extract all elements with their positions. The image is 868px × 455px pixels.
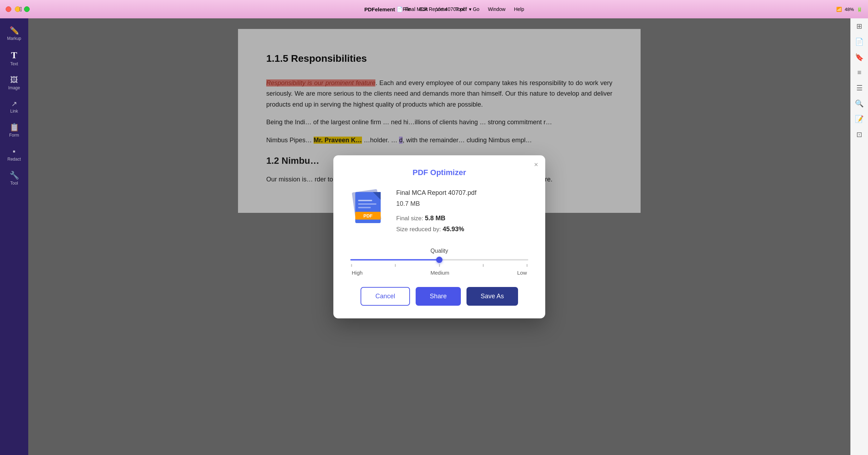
tick-4 xyxy=(483,264,484,267)
tool-icon: 🔧 xyxy=(10,172,19,179)
pdf-optimizer-dialog: × PDF Optimizer xyxy=(333,155,545,318)
markup-icon: ✏️ xyxy=(10,27,19,35)
search-icon[interactable]: 🔍 xyxy=(855,99,864,108)
cancel-button[interactable]: Cancel xyxy=(361,287,410,306)
dialog-final-size: Final size: 5.8 MB xyxy=(396,215,531,222)
battery-label: 48% xyxy=(845,7,854,12)
dialog-file-size: 10.7 MB xyxy=(396,200,531,208)
sidebar-label-link: Link xyxy=(10,109,18,114)
title-bar:  PDFelement File Edit View Tool Go Wind… xyxy=(0,0,868,18)
slider-ticks xyxy=(350,264,528,267)
sidebar-item-form[interactable]: 📋 Form xyxy=(0,119,28,143)
app-name: PDFelement xyxy=(364,6,395,12)
right-panel: ⊞ 📄 🔖 ≡ ☰ 🔍 📝 ⊡ xyxy=(850,18,868,455)
file-title: Final MCA Report 40707.pdf xyxy=(405,6,467,12)
menu-help[interactable]: Help xyxy=(510,6,528,13)
traffic-lights xyxy=(6,6,30,12)
sidebar-item-image[interactable]: 🖼 Image xyxy=(0,71,28,95)
page-icon[interactable]: 📄 xyxy=(855,37,864,46)
dialog-size-reduced: Size reduced by: 45.93% xyxy=(396,226,531,233)
slider-labels: High Medium Low xyxy=(350,270,528,276)
maximize-button[interactable] xyxy=(24,6,30,12)
dialog-file-name: Final MCA Report 40707.pdf xyxy=(396,189,531,197)
size-reduced-label: Size reduced by: xyxy=(396,226,441,233)
form-icon: 📋 xyxy=(10,124,19,131)
sidebar-label-form: Form xyxy=(9,133,19,138)
sidebar-item-link[interactable]: ↗ Link xyxy=(0,95,28,119)
dialog-close-button[interactable]: × xyxy=(534,161,538,168)
svg-rect-5 xyxy=(358,200,372,201)
system-icons: 📶 48% 🔋 xyxy=(836,7,862,12)
apple-logo:  xyxy=(20,6,22,13)
sidebar-item-markup[interactable]: ✏️ Markup xyxy=(0,22,28,46)
menu-window[interactable]: Window xyxy=(484,6,509,13)
tick-1 xyxy=(351,264,352,267)
sidebar-label-image: Image xyxy=(8,85,20,90)
crop-icon[interactable]: ⊡ xyxy=(856,130,862,139)
close-button[interactable] xyxy=(6,6,11,12)
tick-5 xyxy=(527,264,528,267)
pdf-icon-container: PDF xyxy=(347,187,386,231)
sidebar-label-tool: Tool xyxy=(10,181,18,186)
pdf-file-icon: PDF xyxy=(347,187,386,229)
share-button[interactable]: Share xyxy=(416,287,461,306)
wifi-icon: 📶 xyxy=(836,7,842,12)
battery-icon: 🔋 xyxy=(857,7,862,12)
final-size-value: 5.8 MB xyxy=(425,215,445,222)
sidebar-item-text[interactable]: T Text xyxy=(0,46,28,71)
quality-label: Quality xyxy=(347,248,531,254)
dialog-buttons: Cancel Share Save As xyxy=(347,287,531,306)
svg-rect-7 xyxy=(358,207,371,208)
slider-label-high: High xyxy=(352,270,363,276)
sidebar-label-markup: Markup xyxy=(7,36,21,41)
redact-icon: ▪ xyxy=(13,148,16,155)
final-size-label: Final size: xyxy=(396,215,423,222)
sidebar-item-tool[interactable]: 🔧 Tool xyxy=(0,167,28,191)
slider-fill xyxy=(350,259,439,261)
pdf-icon-small: 📄 xyxy=(397,6,403,12)
sidebar: ✏️ Markup T Text 🖼 Image ↗ Link 📋 Form ▪… xyxy=(0,18,28,455)
bookmark-icon[interactable]: 🔖 xyxy=(855,53,864,61)
tick-3 xyxy=(439,264,440,267)
slider-thumb[interactable] xyxy=(436,257,442,263)
slider-container: High Medium Low xyxy=(347,259,531,276)
text-lines-icon[interactable]: ☰ xyxy=(856,84,863,92)
slider-track xyxy=(350,259,528,261)
sidebar-label-text: Text xyxy=(10,61,18,66)
modal-overlay: × PDF Optimizer xyxy=(28,18,850,455)
slider-label-low: Low xyxy=(517,270,527,276)
text-icon: T xyxy=(11,51,17,60)
grid-icon[interactable]: ⊞ xyxy=(856,22,862,30)
size-reduced-value: 45.93% xyxy=(442,226,464,233)
sidebar-label-redact: Redact xyxy=(7,157,21,162)
window-title: 📄 Final MCA Report 40707.pdf ▾ xyxy=(397,6,472,12)
list-icon[interactable]: ≡ xyxy=(857,68,862,77)
dialog-body: PDF Final MCA Report 40707.pdf 10.7 MB F… xyxy=(347,187,531,237)
content-area: 1.1.5 Responsibilities Responsibility is… xyxy=(28,18,850,455)
tick-2 xyxy=(395,264,396,267)
dialog-info: Final MCA Report 40707.pdf 10.7 MB Final… xyxy=(396,187,531,237)
svg-rect-6 xyxy=(358,203,376,205)
dropdown-chevron[interactable]: ▾ xyxy=(469,6,471,12)
slider-label-medium: Medium xyxy=(430,270,449,276)
edit-page-icon[interactable]: 📝 xyxy=(855,115,864,123)
save-as-button[interactable]: Save As xyxy=(466,287,518,306)
link-icon: ↗ xyxy=(11,100,17,107)
sidebar-item-redact[interactable]: ▪ Redact xyxy=(0,143,28,167)
svg-text:PDF: PDF xyxy=(363,213,373,218)
quality-section: Quality xyxy=(347,248,531,276)
dialog-title: PDF Optimizer xyxy=(347,168,531,177)
main-layout: ✏️ Markup T Text 🖼 Image ↗ Link 📋 Form ▪… xyxy=(0,18,868,455)
image-icon: 🖼 xyxy=(10,76,18,84)
